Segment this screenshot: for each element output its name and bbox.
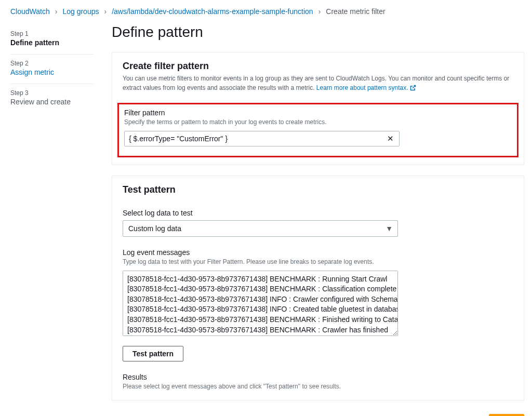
log-event-messages-textarea[interactable]	[123, 271, 398, 336]
filter-pattern-input[interactable]	[124, 131, 400, 146]
results-sub: Please select log event messages above a…	[123, 382, 513, 391]
cancel-button[interactable]: Cancel	[442, 414, 485, 416]
select-log-data-label: Select log data to test	[123, 209, 513, 217]
test-pattern-button[interactable]: Test pattern	[123, 346, 183, 361]
step-label: Define pattern	[10, 38, 94, 47]
filter-pattern-highlight: Filter pattern Specify the terms or patt…	[117, 103, 518, 157]
wizard-step-assign-metric[interactable]: Step 2 Assign metric	[10, 55, 94, 84]
footer-actions: Cancel Next	[112, 411, 524, 416]
log-data-select[interactable]: Custom log data	[123, 220, 398, 237]
breadcrumb-cloudwatch[interactable]: CloudWatch	[10, 7, 50, 16]
step-num: Step 2	[10, 60, 94, 67]
chevron-right-icon: ›	[104, 7, 107, 16]
results-label: Results	[123, 373, 513, 381]
step-num: Step 1	[10, 30, 94, 37]
log-event-messages-label: Log event messages	[123, 248, 513, 257]
filter-pattern-label: Filter pattern	[124, 109, 512, 117]
panel-title: Test pattern	[123, 184, 513, 195]
wizard-steps-sidebar: Step 1 Define pattern Step 2 Assign metr…	[0, 21, 104, 117]
chevron-right-icon: ›	[318, 7, 321, 16]
clear-input-button[interactable]: ✕	[385, 132, 396, 145]
breadcrumb-current: Create metric filter	[326, 7, 385, 16]
test-pattern-panel: Test pattern Select log data to test Cus…	[112, 176, 524, 401]
wizard-step-define-pattern[interactable]: Step 1 Define pattern	[10, 25, 94, 55]
step-num: Step 3	[10, 89, 94, 97]
wizard-step-review-create: Step 3 Review and create	[10, 84, 94, 113]
log-event-messages-sub: Type log data to test with your Filter P…	[123, 258, 513, 266]
step-label: Assign metric	[10, 68, 94, 76]
panel-title: Create filter pattern	[123, 61, 513, 72]
step-label: Review and create	[10, 98, 94, 106]
chevron-right-icon: ›	[55, 7, 58, 16]
breadcrumb: CloudWatch › Log groups › /aws/lambda/de…	[0, 0, 532, 21]
pattern-syntax-link[interactable]: Learn more about pattern syntax.	[316, 84, 416, 91]
next-button[interactable]: Next	[489, 414, 524, 416]
breadcrumb-log-group-name[interactable]: /aws/lambda/dev-cloudwatch-alarms-exampl…	[112, 7, 313, 16]
external-link-icon	[410, 84, 416, 93]
panel-subtitle: You can use metric filters to monitor ev…	[123, 74, 513, 93]
create-filter-pattern-panel: Create filter pattern You can use metric…	[112, 52, 524, 165]
breadcrumb-log-groups[interactable]: Log groups	[62, 7, 99, 16]
filter-pattern-sub: Specify the terms or pattern to match in…	[124, 118, 512, 127]
page-title: Define pattern	[112, 24, 524, 41]
close-icon: ✕	[387, 134, 394, 143]
